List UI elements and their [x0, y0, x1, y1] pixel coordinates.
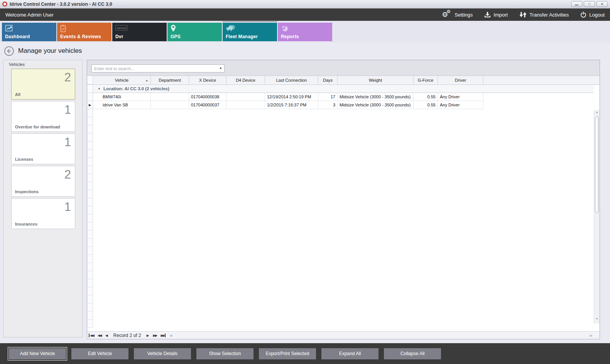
column-header-d4-device[interactable]: D4 Device — [226, 76, 265, 84]
vehicle-filter-card-overdue[interactable]: 1 Overdue for download — [11, 101, 75, 132]
power-icon — [580, 12, 586, 18]
empty-indicator-cell — [87, 198, 93, 206]
sidebar-header: Vehicles — [3, 60, 82, 67]
empty-indicator-cell — [87, 255, 93, 263]
empty-indicator-cell — [87, 182, 93, 190]
empty-indicator-cell — [87, 109, 93, 117]
last-record-button[interactable]: ▶▶ — [161, 334, 166, 337]
cell-driver: Any Driver — [438, 101, 483, 109]
column-header-driver[interactable]: Driver — [438, 76, 483, 84]
grid-header-row: Vehicle▲ Department X Device D4 Device L… — [87, 76, 600, 85]
current-row-arrow-icon: ▶ — [87, 101, 93, 109]
tab-label: Dashboard — [5, 34, 53, 39]
card-label: All — [15, 92, 20, 97]
column-header-department[interactable]: Department — [151, 76, 189, 84]
empty-indicator-cell — [87, 303, 93, 312]
column-header-filler — [483, 76, 594, 84]
app-logo-icon — [2, 2, 7, 7]
empty-indicator-cell — [87, 206, 93, 214]
fleet-vehicles-icon — [226, 25, 274, 33]
import-button[interactable]: Import — [484, 12, 508, 18]
close-button[interactable]: × — [596, 1, 608, 7]
next-page-button[interactable]: ▶▶ — [153, 334, 157, 337]
empty-indicator-cell — [87, 174, 93, 182]
scroll-down-icon[interactable]: ▼ — [594, 317, 600, 323]
edit-vehicle-button[interactable]: Edit Vehicle — [71, 348, 128, 359]
tab-gps[interactable]: GPS — [167, 23, 222, 41]
logout-button[interactable]: Logout — [580, 12, 605, 18]
cell-filler — [483, 101, 594, 109]
column-header-g-force[interactable]: G-Force — [414, 76, 438, 84]
column-header-days[interactable]: Days — [318, 76, 338, 84]
column-header-vehicle[interactable]: Vehicle▲ — [93, 76, 151, 84]
previous-page-button[interactable]: ◀◀ — [98, 334, 101, 337]
dashboard-chart-icon — [5, 25, 53, 34]
table-row[interactable]: BMW740i 017040000038 12/19/2014 2:50:19 … — [87, 93, 594, 101]
table-row[interactable]: ▶ idrive Van SB 017040000037 1/2/2015 7:… — [87, 101, 594, 109]
cell-x-device: 017040000038 — [189, 93, 226, 101]
cell-last-connection: 1/2/2015 7:16:37 PM — [265, 101, 318, 109]
empty-indicator-cell — [87, 190, 93, 198]
tab-events-reviews[interactable]: Events & Reviews — [57, 23, 112, 41]
dvr-device-icon: MERGE — [115, 25, 164, 33]
tab-dashboard[interactable]: Dashboard — [2, 23, 56, 41]
maximize-button[interactable]: □ — [584, 1, 595, 7]
scroll-up-icon[interactable]: ▲ — [594, 111, 600, 116]
transfer-activities-button[interactable]: Transfer Activities — [519, 12, 569, 18]
collapse-group-icon[interactable]: ▼ — [98, 87, 101, 91]
title-bar: Idrive Control Center - 3.0.2 version - … — [0, 0, 610, 8]
show-selection-button[interactable]: Show Selection — [196, 348, 253, 359]
vehicle-details-button[interactable]: Vehicle Details — [134, 348, 191, 359]
tab-fleet-manager[interactable]: Fleet Manager — [223, 23, 277, 41]
empty-indicator-cell — [87, 142, 93, 150]
tab-label: Fleet Manager — [226, 34, 274, 39]
search-input[interactable] — [92, 66, 217, 71]
back-button[interactable] — [4, 46, 14, 56]
tab-dvr[interactable]: MERGE Dvr — [112, 23, 167, 41]
gears-icon: ⚙⚙ — [442, 10, 452, 19]
column-header-weight[interactable]: Weight — [338, 76, 414, 84]
vertical-scrollbar-thumb[interactable] — [595, 116, 599, 213]
collapse-all-button[interactable]: Collapse All — [384, 348, 441, 359]
minimize-button[interactable] — [571, 1, 582, 7]
group-label: Location: Al CC 3.0 (2 vehicles) — [103, 86, 169, 91]
vehicle-filter-card-inspections[interactable]: 2 Inspections — [11, 166, 75, 197]
pie-chart-icon — [281, 25, 329, 34]
previous-record-button[interactable]: ◀ — [105, 334, 108, 337]
hscroll-left-icon[interactable]: ◀ — [169, 334, 172, 337]
empty-indicator-cell — [87, 222, 93, 231]
add-new-vehicle-button[interactable]: Add New Vehicle — [9, 348, 66, 359]
group-row-location[interactable]: ▼ Location: Al CC 3.0 (2 vehicles) — [87, 85, 594, 93]
close-icon: × — [601, 2, 603, 6]
first-record-button[interactable]: ◀◀ — [89, 334, 94, 337]
vertical-scrollbar[interactable]: ▲ ▼ — [594, 110, 600, 324]
cell-days: 17 — [318, 93, 338, 101]
chevron-down-icon[interactable]: ▼ — [217, 67, 224, 70]
tab-reports[interactable]: Reports — [278, 23, 332, 41]
vehicle-filter-card-licenses[interactable]: 1 Licenses — [11, 133, 75, 164]
column-header-x-device[interactable]: X Device — [189, 76, 226, 84]
cell-days: 3 — [318, 101, 338, 109]
vehicles-grid-panel: ▼ Vehicle▲ Department X Device D4 Device… — [87, 60, 600, 339]
app-window: Idrive Control Center - 3.0.2 version - … — [0, 0, 610, 364]
empty-indicator-cell — [87, 263, 93, 271]
settings-button[interactable]: ⚙⚙ Settings — [442, 10, 473, 19]
expand-all-button[interactable]: Expand All — [321, 348, 379, 359]
row-indicator-cell — [87, 93, 93, 101]
hscroll-right-icon[interactable]: ▶ — [590, 334, 593, 337]
column-header-last-connection[interactable]: Last Connection — [265, 76, 318, 84]
card-count: 1 — [64, 200, 71, 214]
empty-row-indicator-strip — [87, 109, 93, 328]
export-print-selected-button[interactable]: Export/Print Selected — [259, 348, 316, 359]
card-label: Overdue for download — [15, 125, 60, 129]
empty-indicator-cell — [87, 166, 93, 174]
cell-department — [151, 93, 189, 101]
next-record-button[interactable]: ▶ — [147, 334, 149, 337]
vehicle-filter-card-all[interactable]: 2 All — [11, 69, 75, 99]
cell-driver: Any Driver — [438, 93, 483, 101]
cell-weight: Midsize Vehicle (3000 - 3500 pounds) — [338, 93, 414, 101]
cell-filler — [483, 93, 594, 101]
vehicle-filter-card-insurances[interactable]: 1 Insurances — [11, 198, 75, 229]
import-label: Import — [493, 12, 508, 18]
record-navigator: ◀◀ ◀◀ ◀ Record 2 of 2 ▶ ▶▶ ▶▶ ◀ ▶ — [87, 331, 600, 339]
